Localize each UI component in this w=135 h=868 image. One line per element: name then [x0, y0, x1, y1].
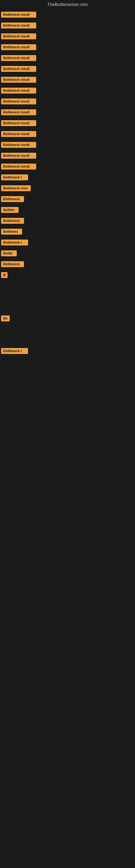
bottleneck-result-badge[interactable]: Bottlen	[1, 207, 18, 213]
list-item: Bottleneck result	[0, 31, 135, 42]
list-item: Bottleneck result	[0, 85, 135, 96]
list-item: Bottleneck result	[0, 53, 135, 63]
bottleneck-result-badge[interactable]: Bottleneck result	[1, 77, 36, 83]
list-item: B	[0, 270, 135, 280]
results-list: Bottleneck resultBottleneck resultBottle…	[0, 9, 135, 378]
bottleneck-result-badge[interactable]: Bottle	[1, 250, 17, 256]
list-item: Bottleneck result	[0, 42, 135, 53]
list-item	[0, 356, 135, 367]
list-item: Bottleneck result	[0, 129, 135, 140]
bottleneck-result-badge[interactable]: Bottleneck result	[1, 55, 36, 61]
bottleneck-result-badge[interactable]: Bottlenec	[1, 229, 22, 235]
list-item	[0, 291, 135, 302]
bottleneck-result-badge[interactable]: Bottleneck result	[1, 142, 36, 148]
bottleneck-result-badge[interactable]: Bottleneck result	[1, 120, 36, 126]
list-item: Bottleneck result	[0, 150, 135, 161]
bottleneck-result-badge[interactable]: Bottleneck result	[1, 98, 36, 104]
list-item: Bottleneck result	[0, 118, 135, 129]
list-item: Bottleneck	[0, 259, 135, 270]
list-item: Bottlen	[0, 205, 135, 215]
bottleneck-result-badge[interactable]: Bottleneck r	[1, 240, 28, 246]
list-item: Bottleneck	[0, 215, 135, 226]
bottleneck-result-badge[interactable]: B	[1, 272, 8, 278]
bottleneck-result-badge[interactable]: Bottleneck	[1, 261, 24, 267]
list-item: Bottleneck result	[0, 63, 135, 74]
list-item: Bottlenec	[0, 226, 135, 237]
bottleneck-result-badge[interactable]: Bottleneck result	[1, 33, 36, 39]
bottleneck-result-badge[interactable]: Bo	[1, 315, 10, 321]
list-item: Bottleneck resu	[0, 183, 135, 194]
list-item: Bottleneck result	[0, 74, 135, 85]
bottleneck-result-badge[interactable]: Bottleneck result	[1, 23, 36, 29]
bottleneck-result-badge[interactable]: Bottleneck resu	[1, 185, 31, 191]
list-item	[0, 335, 135, 346]
bottleneck-result-badge[interactable]: Bottleneck r	[1, 175, 28, 180]
bottleneck-result-badge[interactable]: Bottleneck result	[1, 163, 36, 169]
site-title: TheBottlenecker.com	[0, 0, 135, 9]
list-item	[0, 367, 135, 378]
bottleneck-result-badge[interactable]: Bottleneck	[1, 218, 24, 224]
bottleneck-result-badge[interactable]: Bottleneck r	[1, 348, 28, 354]
list-item: Bottleneck r	[0, 172, 135, 183]
list-item: Bottleneck	[0, 194, 135, 205]
bottleneck-result-badge[interactable]: Bottleneck result	[1, 12, 36, 18]
bottleneck-result-badge[interactable]: Bottleneck result	[1, 44, 36, 50]
list-item: Bottleneck result	[0, 96, 135, 107]
bottleneck-result-badge[interactable]: Bottleneck result	[1, 66, 36, 72]
list-item: Bottleneck result	[0, 9, 135, 20]
list-item: Bottle	[0, 248, 135, 259]
list-item: Bottleneck r	[0, 237, 135, 248]
list-item: Bottleneck r	[0, 346, 135, 356]
bottleneck-result-badge[interactable]: Bottleneck result	[1, 88, 36, 94]
list-item: Bottleneck result	[0, 107, 135, 118]
list-item: Bottleneck result	[0, 140, 135, 150]
list-item: Bottleneck result	[0, 161, 135, 172]
list-item	[0, 280, 135, 291]
list-item: Bo	[0, 313, 135, 324]
bottleneck-result-badge[interactable]: Bottleneck	[1, 196, 24, 202]
bottleneck-result-badge[interactable]: Bottleneck result	[1, 131, 36, 137]
list-item: Bottleneck result	[0, 20, 135, 31]
bottleneck-result-badge[interactable]: Bottleneck result	[1, 109, 36, 115]
bottleneck-result-badge[interactable]: Bottleneck result	[1, 153, 36, 159]
list-item	[0, 302, 135, 313]
list-item	[0, 324, 135, 335]
